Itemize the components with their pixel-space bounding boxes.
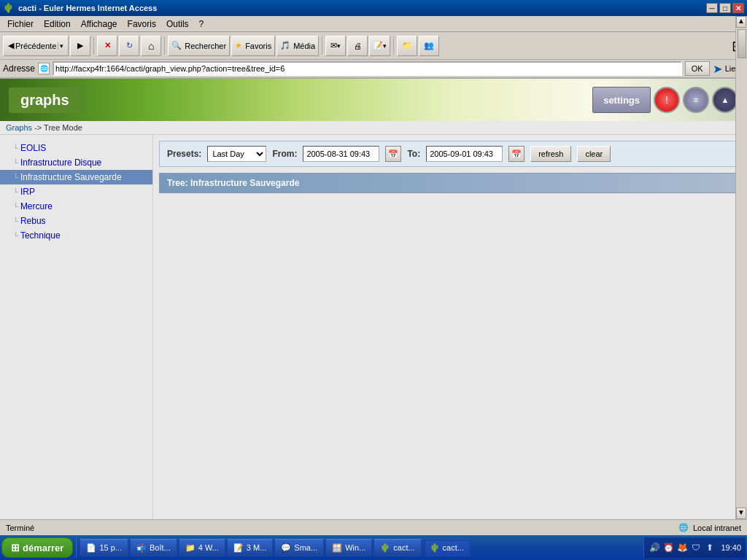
- scroll-down-button[interactable]: ▼: [736, 508, 746, 519]
- window-title: cacti - Euler Hermes Internet Access: [18, 4, 157, 12]
- forward-icon: ▶: [77, 41, 83, 50]
- address-input[interactable]: [53, 61, 682, 76]
- minimize-button[interactable]: ─: [706, 3, 718, 13]
- mail-icon: ✉: [330, 41, 337, 50]
- address-icon: 🌐: [38, 63, 50, 74]
- stop-button[interactable]: ✕: [97, 36, 117, 56]
- maximize-button[interactable]: □: [719, 3, 731, 13]
- cacti-header: graphs settings ! ≡ ▲: [0, 79, 747, 121]
- to-input[interactable]: [426, 146, 503, 162]
- menu-favoris[interactable]: Favoris: [123, 18, 160, 31]
- media-label: Média: [293, 42, 315, 50]
- scroll-up-button[interactable]: ▲: [736, 16, 746, 28]
- breadcrumb-graphs-link[interactable]: Graphs: [6, 123, 32, 132]
- tree-header: Tree: Infrastructure Sauvegarde: [159, 173, 741, 193]
- sidebar-item-irp[interactable]: IRP: [0, 184, 152, 199]
- refresh-button[interactable]: ↻: [119, 36, 139, 56]
- favorites-label: Favoris: [245, 42, 271, 50]
- users-button[interactable]: 👥: [419, 36, 439, 56]
- main-area: EOLIS Infrastructure Disque Infrastructu…: [0, 135, 747, 533]
- go-button[interactable]: OK: [685, 61, 710, 76]
- title-bar-controls: ─ □ ✕: [706, 3, 744, 13]
- media-icon: 🎵: [280, 41, 290, 50]
- menu-affichage[interactable]: Affichage: [77, 18, 122, 31]
- print-icon: 🖨: [354, 42, 362, 50]
- status-bar-right: 🌐 Local intranet: [678, 523, 741, 532]
- back-icon: ◀: [8, 41, 14, 50]
- cacti-nav-icons: settings ! ≡ ▲: [592, 87, 738, 113]
- clear-button[interactable]: clear: [577, 146, 611, 162]
- menu-outils[interactable]: Outils: [162, 18, 193, 31]
- scrollbar[interactable]: ▲ ▼: [735, 16, 747, 519]
- go-arrow-icon[interactable]: ➤: [713, 62, 722, 76]
- to-calendar-button[interactable]: 📅: [508, 146, 525, 162]
- cacti-logo: graphs: [9, 88, 81, 113]
- favorites-button[interactable]: ★ Favoris: [231, 36, 275, 56]
- address-bar: Adresse 🌐 OK ➤ Liens: [0, 60, 747, 79]
- refresh-button[interactable]: refresh: [530, 146, 571, 162]
- alert-button[interactable]: !: [654, 87, 680, 113]
- menu-nav-icon: ≡: [694, 96, 698, 104]
- back-label: Précédente: [15, 42, 56, 50]
- from-input[interactable]: [303, 146, 379, 162]
- users-icon: 👥: [424, 41, 434, 50]
- sidebar-item-technique[interactable]: Technique: [0, 228, 152, 243]
- menu-edition[interactable]: Edition: [39, 18, 75, 31]
- forward-button[interactable]: ▶: [70, 36, 90, 56]
- stop-icon: ✕: [104, 41, 111, 50]
- sidebar-item-rebus[interactable]: Rebus: [0, 214, 152, 228]
- edit-button[interactable]: 📝 ▾: [369, 36, 390, 56]
- toolbar-separator-4: [393, 37, 394, 55]
- scroll-thumb[interactable]: [738, 29, 746, 58]
- toolbar-separator-3: [322, 37, 322, 55]
- mail-dropdown-icon[interactable]: ▾: [337, 42, 341, 50]
- menu-fichier[interactable]: Fichier: [3, 18, 38, 31]
- tree-header-text: Tree: Infrastructure Sauvegarde: [167, 178, 299, 188]
- graph-nav-icon: ▲: [721, 96, 729, 104]
- refresh-icon: ↻: [126, 41, 133, 50]
- presets-select[interactable]: Last Day Last Week Last Month Last Year: [207, 146, 266, 162]
- from-label: From:: [272, 149, 297, 159]
- mail-button[interactable]: ✉ ▾: [325, 36, 346, 56]
- search-button[interactable]: 🔍 Rechercher: [168, 36, 230, 56]
- menu-bar: Fichier Edition Affichage Favoris Outils…: [0, 16, 747, 32]
- sidebar-item-eolis[interactable]: EOLIS: [0, 141, 152, 155]
- menu-nav-button[interactable]: ≡: [683, 87, 709, 113]
- title-bar: 🌵 cacti - Euler Hermes Internet Access ─…: [0, 0, 747, 16]
- presets-label: Presets:: [167, 149, 201, 159]
- breadcrumb-separator: ->: [34, 123, 42, 132]
- internet-zone-icon: 🌐: [678, 523, 689, 532]
- title-bar-left: 🌵 cacti - Euler Hermes Internet Access: [3, 3, 157, 13]
- calendar-icon: 📅: [388, 149, 398, 159]
- status-bar: Terminé 🌐 Local intranet: [0, 519, 747, 533]
- to-label: To:: [407, 149, 420, 159]
- graph-nav-button[interactable]: ▲: [712, 87, 738, 113]
- folder-button[interactable]: 📁: [397, 36, 417, 56]
- edit-dropdown-icon[interactable]: ▾: [383, 42, 387, 50]
- breadcrumb-current: Tree Mode: [44, 123, 82, 132]
- from-calendar-button[interactable]: 📅: [385, 146, 401, 162]
- menu-help[interactable]: ?: [195, 18, 209, 31]
- sidebar-item-infrastructure-disque[interactable]: Infrastructure Disque: [0, 155, 152, 170]
- filter-bar: Presets: Last Day Last Week Last Month L…: [159, 141, 741, 167]
- edit-icon: 📝: [373, 41, 383, 50]
- toolbar-separator-1: [93, 37, 94, 55]
- home-button[interactable]: ⌂: [141, 36, 161, 56]
- close-button[interactable]: ✕: [732, 3, 744, 13]
- address-label: Adresse: [3, 63, 35, 74]
- toolbar-separator-2: [164, 37, 165, 55]
- media-button[interactable]: 🎵 Média: [276, 36, 319, 56]
- back-button[interactable]: ◀ Précédente ▾: [3, 36, 69, 56]
- search-icon: 🔍: [171, 41, 182, 50]
- content-area: Presets: Last Day Last Week Last Month L…: [153, 135, 747, 533]
- sidebar-item-mercure[interactable]: Mercure: [0, 199, 152, 214]
- toolbar: ◀ Précédente ▾ ▶ ✕ ↻ ⌂ 🔍 Rechercher ★ Fa…: [0, 32, 747, 60]
- status-text: Terminé: [6, 524, 34, 532]
- print-button[interactable]: 🖨: [347, 36, 368, 56]
- back-dropdown-icon[interactable]: ▾: [58, 42, 63, 50]
- settings-button[interactable]: settings: [592, 87, 651, 113]
- folder-icon: 📁: [402, 41, 412, 50]
- breadcrumb: Graphs -> Tree Mode: [0, 121, 747, 135]
- search-label: Rechercher: [185, 42, 226, 50]
- sidebar-item-infrastructure-sauvegarde[interactable]: Infrastructure Sauvegarde: [0, 170, 152, 184]
